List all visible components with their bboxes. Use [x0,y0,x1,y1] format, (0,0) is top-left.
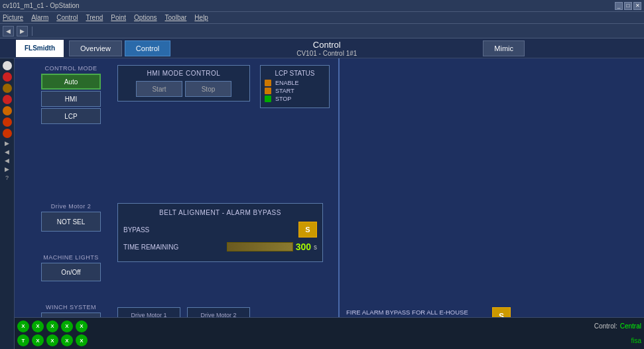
hmi-start-btn[interactable]: Start [136,81,182,97]
drive-motors-bottom: Drive Motor 1 S Drive Motor 2 S [117,307,250,317]
sidebar-icon-11[interactable]: ▶ [5,166,9,173]
status-x5[interactable]: X [76,320,88,332]
drive-motor2-btn[interactable]: NOT SEL [41,212,101,232]
status-b4[interactable]: X [76,334,88,346]
menu-alarm[interactable]: Alarm [31,14,48,21]
fisa-label: fisa [631,337,641,344]
status-t1[interactable]: T [17,334,29,346]
status-bar: X X X X X Control: Central T X X X X [15,317,644,349]
main-content: CONTROL MODE Auto HMI LCP HMI MODE CONTR… [15,58,644,349]
lcp-status-box: LCP STATUS ENABLE START STOP [260,65,330,108]
status-circles-bottom: T X X X X fisa [17,334,641,346]
machine-lights-label: MACHINE LIGHTS [34,254,107,261]
page-title: Control CV101 - Control 1#1 [170,40,483,57]
close-btn[interactable]: ✕ [633,2,641,10]
tab-overview[interactable]: Overview [69,40,122,56]
menu-picture[interactable]: Picture [3,14,23,21]
tab-control[interactable]: Control [125,40,170,56]
menu-bar: Picture Alarm Control Trend Point Option… [0,12,644,24]
mode-hmi-btn[interactable]: HMI [41,91,101,107]
lcp-stop-label: STOP [275,96,291,102]
page-title-sub: CV101 - Control 1#1 [170,50,483,57]
sidebar-icon-4[interactable] [3,95,12,104]
mode-lcp-btn[interactable]: LCP [41,108,101,124]
sidebar-icon-2[interactable] [3,72,12,82]
lcp-start-row: START [265,88,325,94]
lcp-stop-dot [265,96,271,102]
menu-options[interactable]: Options [134,14,157,21]
window-title: cv101_m1_c1 - OpStation [3,2,80,9]
time-value: 300 [296,242,311,252]
minimize-btn[interactable]: _ [615,2,623,10]
belt-align-title: BELT ALIGNMENT - ALARM BYPASS [123,209,317,216]
status-x3[interactable]: X [46,320,58,332]
machine-lights-section: MACHINE LIGHTS On/Off [34,254,107,283]
control-mode-section: CONTROL MODE Auto HMI LCP [34,65,107,125]
menu-point[interactable]: Point [111,14,126,21]
belt-bypass-row: BYPASS S [123,222,317,238]
sidebar-icon-8[interactable]: ▶ [5,140,9,147]
logo-text: FLSmidth [25,44,55,52]
drive-motor2-bottom-label: Drive Motor 2 [192,312,245,317]
sidebar-icon-12[interactable]: ? [5,174,9,181]
status-circles-top: X X X X X Control: Central [17,320,641,332]
lcp-enable-dot [265,80,271,86]
mode-auto-btn[interactable]: Auto [41,74,101,90]
drive-motor1-label: Drive Motor 1 [122,312,176,317]
right-panel: FIRE ALARM BYPASS FOR ALL E-HOUSE(O/G FD… [340,58,644,317]
menu-control[interactable]: Control [56,14,78,21]
menu-toolbar[interactable]: Toolbar [165,14,187,21]
drive-motor2-box: Drive Motor 2 S [187,307,250,317]
fire-alarm-text: FIRE ALARM BYPASS FOR ALL E-HOUSE(O/G FD… [346,308,485,317]
nav-tabs: Overview Control [69,40,170,56]
drive-motor2-section: Drive Motor 2 NOT SEL [34,203,107,233]
menu-help[interactable]: Help [194,14,208,21]
sidebar-icon-9[interactable]: ◀ [5,149,9,155]
title-bar: cv101_m1_c1 - OpStation _ □ ✕ [0,0,644,12]
winch-btn[interactable]: LCP [41,313,101,317]
drive-motor2-label: Drive Motor 2 [34,203,107,210]
belt-alignment-box: BELT ALIGNMENT - ALARM BYPASS BYPASS S T… [117,203,323,262]
page-title-main: Control [170,40,483,50]
restore-btn[interactable]: □ [624,2,632,10]
mimic-button[interactable]: Mimic [483,40,525,56]
sidebar-icon-6[interactable] [3,117,12,127]
header-nav: FLSmidth Overview Control Control CV101 … [0,38,644,58]
left-sidebar: ▶ ◀ ◀ ▶ ? [0,58,15,349]
status-b3[interactable]: X [61,334,73,346]
winch-label: WINCH SYSTEM [34,304,107,311]
fire-alarm-area: FIRE ALARM BYPASS FOR ALL E-HOUSE(O/G FD… [346,307,511,317]
hmi-mode-title: HMI MODE CONTROL [122,70,245,77]
sidebar-icon-1[interactable] [3,61,12,70]
sidebar-icon-7[interactable] [3,129,12,138]
toolbar: ◀ ▶ [0,24,644,38]
status-x1[interactable]: X [17,320,29,332]
menu-trend[interactable]: Trend [86,14,103,21]
time-bar [227,242,293,251]
lcp-start-dot [265,88,271,94]
status-b1[interactable]: X [32,334,44,346]
toolbar-forward[interactable]: ▶ [17,26,28,36]
toolbar-back[interactable]: ◀ [3,26,14,36]
lcp-status-title: LCP STATUS [265,70,325,77]
fire-alarm-s-btn[interactable]: S [492,307,511,317]
bypass-s-btn[interactable]: S [298,222,317,238]
status-b2[interactable]: X [46,334,58,346]
winch-section: WINCH SYSTEM LCP [34,304,107,317]
sidebar-icon-3[interactable] [3,84,12,93]
status-x2[interactable]: X [32,320,44,332]
status-x4[interactable]: X [61,320,73,332]
hmi-buttons: Start Stop [122,81,245,97]
window-controls: _ □ ✕ [615,2,641,10]
hmi-mode-box: HMI MODE CONTROL Start Stop [117,65,250,102]
belt-time-row: TIME REMAINING 300 s [123,242,317,252]
time-remaining-display: 300 s [227,242,317,252]
belt-bypass-label: BYPASS [123,226,149,234]
sidebar-icon-5[interactable] [3,106,12,115]
machine-lights-btn[interactable]: On/Off [41,263,101,281]
drive-motor1-box: Drive Motor 1 S [117,307,180,317]
sidebar-icon-10[interactable]: ◀ [5,157,9,164]
hmi-stop-btn[interactable]: Stop [185,81,231,97]
time-remaining-label: TIME REMAINING [123,244,178,251]
logo: FLSmidth [16,40,64,57]
